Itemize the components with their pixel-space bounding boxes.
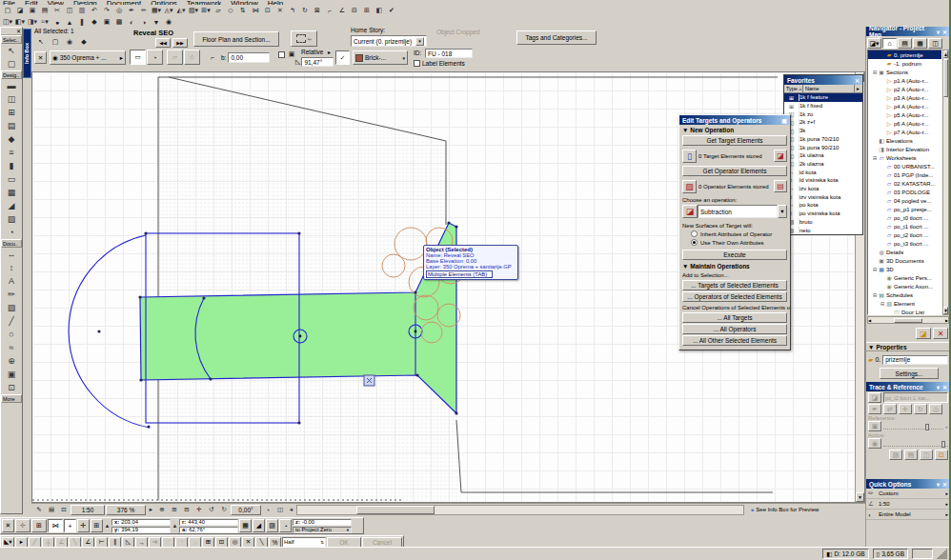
half-dropdown[interactable]: Half⇅ <box>282 537 326 548</box>
figure-tool[interactable]: ▣ <box>1 368 22 381</box>
reference-opacity-slider[interactable] <box>883 423 943 430</box>
profile-manager-icon[interactable]: ◑ <box>138 17 150 27</box>
hotspot-tool[interactable]: ⊕ <box>1 354 22 368</box>
properties-header[interactable]: ▼Properties <box>866 342 950 351</box>
window-tool[interactable]: ⊞ <box>1 106 22 119</box>
favorites-row[interactable]: ↔izv kota <box>784 185 862 193</box>
mesh-tool[interactable]: ▨ <box>1 212 22 226</box>
roof-gravity-icon[interactable]: ◢ <box>253 519 265 532</box>
favorites-row[interactable]: ▨bruto <box>784 218 862 227</box>
ifc-icon[interactable]: ▼ <box>151 17 162 27</box>
previous-panel-button[interactable]: ◀◀ <box>155 38 171 48</box>
3d-window-icon[interactable]: ◨▾ <box>27 17 38 27</box>
slab-tool[interactable]: ▦ <box>1 186 22 199</box>
close-icon[interactable]: ✕ <box>942 384 947 390</box>
parallel-icon[interactable]: ∥ <box>109 537 121 548</box>
wall-tool[interactable]: ▬ <box>1 79 22 92</box>
compare-icon[interactable]: ⊡ <box>935 450 948 460</box>
navigator-titlebar[interactable]: Navigator - Project Map▾✕ <box>866 27 950 36</box>
tree-item[interactable]: ▱po_p1 presje... <box>868 205 941 213</box>
previous-zoom-icon[interactable]: ↺ <box>206 505 217 515</box>
drag-reference-icon[interactable]: ✛ <box>899 404 912 414</box>
tree-item[interactable]: ▰-1. podrum <box>868 59 941 68</box>
grid-plus-1-icon[interactable]: + <box>64 519 76 532</box>
chevron-down-icon[interactable]: ▾ <box>937 481 940 488</box>
tree-item[interactable]: ◫Door List <box>868 308 941 315</box>
layers-icon[interactable]: ▧▾ <box>188 6 199 15</box>
display-order-icon[interactable]: ⇅ <box>237 6 249 15</box>
geometry-method-2-button[interactable]: ◔ <box>147 50 163 65</box>
arc-end-icon[interactable]: ◞ <box>189 537 201 548</box>
text-tool[interactable]: A <box>1 274 22 288</box>
tracker-icon[interactable]: ⊹ <box>15 519 30 532</box>
object-marker-icon[interactable] <box>364 375 374 386</box>
bisector-icon[interactable]: ◺ <box>122 537 134 548</box>
show-operators-icon[interactable]: ▤ <box>774 180 787 192</box>
all-targets-button[interactable]: ... All Targets <box>682 312 787 323</box>
snap-point-icon[interactable]: ⊡ <box>215 537 228 548</box>
delete-icon[interactable]: ✕ <box>274 6 286 15</box>
targets-of-selected-button[interactable]: ... Targets of Selected Elements <box>682 280 787 290</box>
circle-tool[interactable]: ○ <box>1 328 22 341</box>
line-op-icon[interactable]: ╲ <box>255 537 268 548</box>
tree-item[interactable]: ▷p6 A (Auto-r... <box>868 119 941 128</box>
pen-set-icon[interactable]: ✎ <box>33 505 45 515</box>
type-column-header[interactable]: Type ▵ <box>784 85 803 92</box>
worksheet-icon[interactable]: ▲ <box>64 17 75 27</box>
shell-tool[interactable]: ◔ <box>1 226 22 239</box>
special-snap-grid-icon[interactable]: ⊞ <box>202 537 214 548</box>
new-icon[interactable]: ▢ <box>2 6 13 15</box>
chevron-down-icon[interactable]: ▾ <box>778 205 787 218</box>
scroll-down-icon[interactable]: ▼ <box>856 492 864 502</box>
element-settings-icon[interactable]: ▦▾ <box>151 6 162 15</box>
tree-item[interactable]: ◨Interior Elevation <box>868 145 941 153</box>
guides-icon[interactable]: ◭▾ <box>175 6 187 15</box>
label-tool[interactable]: ✏ <box>1 288 22 301</box>
slab-gravity-icon[interactable]: ▦ <box>239 519 252 532</box>
cancel-op-icon[interactable]: ✕ <box>242 537 254 548</box>
publisher-icon[interactable]: ◫ <box>928 38 942 49</box>
level-dimension-tool[interactable]: ↕ <box>1 261 22 274</box>
tree-item[interactable]: ▰0. prizemlje <box>868 50 941 59</box>
geometry-method-4-button[interactable]: ◇ <box>184 50 200 65</box>
delta-toggle-icon[interactable]: ▲ <box>172 523 178 529</box>
reference-color-icon[interactable]: ▣ <box>868 421 881 431</box>
chevron-right-icon[interactable]: ▸ <box>945 424 948 430</box>
marquee-frame-icon[interactable]: ⊡ <box>262 6 273 15</box>
switch-icon[interactable]: ⇄ <box>883 404 897 414</box>
guide-erase-icon[interactable]: ╲ <box>69 537 81 548</box>
print-icon[interactable]: ▤ <box>39 6 51 15</box>
favorites-row[interactable]: ◫1k puna 90/210 <box>784 143 862 151</box>
quick-option-layer-combination[interactable]: ✏Custom▸ <box>866 489 950 499</box>
radius-field[interactable]: r:443,40 <box>179 519 238 526</box>
column-tool[interactable]: ▮ <box>1 159 22 172</box>
gravity-off-icon[interactable]: ◔ <box>279 519 292 532</box>
find-select-icon[interactable]: ◎ <box>113 6 125 15</box>
tree-item[interactable]: ▱po_t1 tlocrt ... <box>868 222 941 230</box>
select-same-icon[interactable]: ◉ <box>63 36 76 48</box>
cut-icon[interactable]: ✂ <box>51 6 63 15</box>
next-panel-button[interactable]: ▶▶ <box>172 38 188 48</box>
maintain-operations-section[interactable]: ▼ Maintain Operations <box>679 261 790 270</box>
separator-icon[interactable]: ❚ <box>76 17 88 27</box>
percent-op-icon[interactable]: % <box>269 537 281 548</box>
perpendicular-icon[interactable]: ⊢ <box>95 537 108 548</box>
z-reference-dropdown[interactable]: to Project Zero▾ <box>293 527 352 533</box>
orientation-button[interactable]: 0,00° <box>231 505 261 515</box>
reset-reference-icon[interactable]: ◎ <box>929 404 942 414</box>
collapse-icon[interactable]: ▣ <box>781 117 787 124</box>
operators-of-selected-button[interactable]: ... Operators of Selected Elements <box>682 291 787 302</box>
toolbox-section-more[interactable]: More <box>1 394 22 403</box>
trace-reference-titlebar[interactable]: Trace & Reference▾✕ <box>866 382 950 391</box>
operation-dropdown[interactable]: ◪ Subtraction ▾ <box>682 205 787 218</box>
tree-item[interactable]: ▷p2 A (Auto-r... <box>868 85 941 93</box>
cancel-button[interactable]: Cancel <box>362 537 402 548</box>
fit-in-window-icon[interactable]: ⊕ <box>156 505 168 515</box>
tree-item[interactable]: ▱01 PGP (Inde... <box>868 170 941 179</box>
door-tool[interactable]: ◫ <box>1 92 22 106</box>
chevron-down-icon[interactable]: ▾ <box>937 384 940 390</box>
favorites-row[interactable]: ◫2k ulazna <box>784 160 862 169</box>
chevron-right-icon[interactable]: ▸ <box>328 49 331 55</box>
tree-item[interactable]: ⊟▣Sections <box>868 68 941 76</box>
angle-field[interactable]: a:62,76° <box>179 527 238 533</box>
